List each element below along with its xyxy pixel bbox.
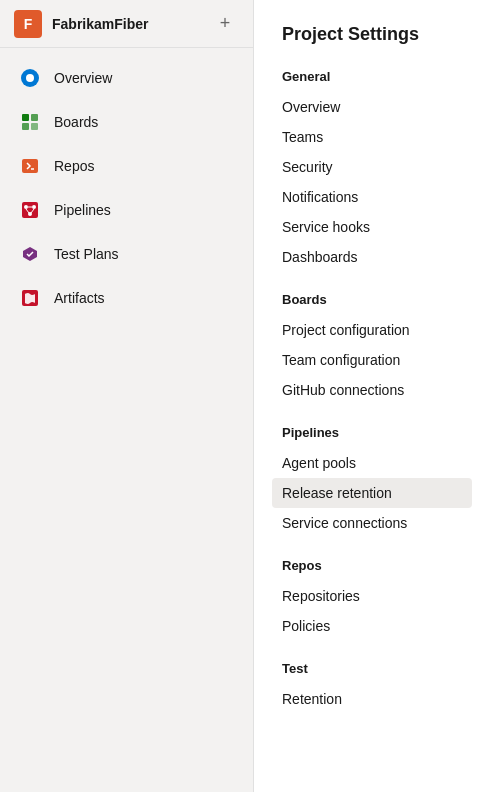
artifacts-icon (18, 286, 42, 310)
settings-item-service-hooks[interactable]: Service hooks (272, 212, 472, 242)
svg-rect-2 (22, 114, 29, 121)
settings-item-retention[interactable]: Retention (272, 684, 472, 714)
svg-point-9 (24, 205, 28, 209)
svg-rect-5 (31, 123, 38, 130)
settings-item-release-retention[interactable]: Release retention (272, 478, 472, 508)
sidebar-item-label-boards: Boards (54, 114, 98, 130)
svg-point-10 (32, 205, 36, 209)
settings-item-agent-pools[interactable]: Agent pools (272, 448, 472, 478)
sidebar-item-repos[interactable]: Repos (4, 144, 249, 188)
sidebar-item-pipelines[interactable]: Pipelines (4, 188, 249, 232)
settings-item-repositories[interactable]: Repositories (272, 581, 472, 611)
sidebar-title: FabrikamFiber (52, 16, 201, 32)
add-project-button[interactable]: + (211, 10, 239, 38)
svg-rect-3 (31, 114, 38, 121)
sidebar-item-boards[interactable]: Boards (4, 100, 249, 144)
section-header-repos: Repos (282, 558, 472, 573)
sidebar-item-label-pipelines: Pipelines (54, 202, 111, 218)
settings-item-security[interactable]: Security (272, 152, 472, 182)
sidebar-nav: Overview Boards Repos Pipelines Test Pla… (0, 48, 253, 328)
settings-item-policies[interactable]: Policies (272, 611, 472, 641)
settings-item-github-connections[interactable]: GitHub connections (272, 375, 472, 405)
sidebar-item-label-repos: Repos (54, 158, 94, 174)
sidebar-item-label-testplans: Test Plans (54, 246, 119, 262)
settings-item-project-configuration[interactable]: Project configuration (272, 315, 472, 345)
sidebar-item-label-overview: Overview (54, 70, 112, 86)
settings-item-overview[interactable]: Overview (272, 92, 472, 122)
testplans-icon (18, 242, 42, 266)
sidebar-item-label-artifacts: Artifacts (54, 290, 105, 306)
section-header-boards: Boards (282, 292, 472, 307)
repos-icon (18, 154, 42, 178)
settings-item-team-configuration[interactable]: Team configuration (272, 345, 472, 375)
boards-icon (18, 110, 42, 134)
pipelines-icon (18, 198, 42, 222)
settings-item-notifications[interactable]: Notifications (272, 182, 472, 212)
sidebar-logo: F (14, 10, 42, 38)
sidebar-header: F FabrikamFiber + (0, 0, 253, 48)
sidebar-item-artifacts[interactable]: Artifacts (4, 276, 249, 320)
svg-point-1 (26, 74, 34, 82)
sidebar-item-overview[interactable]: Overview (4, 56, 249, 100)
overview-icon (18, 66, 42, 90)
section-header-test: Test (282, 661, 472, 676)
main-content: Project Settings GeneralOverviewTeamsSec… (254, 0, 500, 792)
page-title: Project Settings (282, 24, 472, 45)
svg-rect-4 (22, 123, 29, 130)
section-header-general: General (282, 69, 472, 84)
settings-item-teams[interactable]: Teams (272, 122, 472, 152)
sidebar-item-testplans[interactable]: Test Plans (4, 232, 249, 276)
sidebar: F FabrikamFiber + Overview Boards Repos … (0, 0, 254, 792)
settings-item-dashboards[interactable]: Dashboards (272, 242, 472, 272)
settings-item-service-connections[interactable]: Service connections (272, 508, 472, 538)
section-header-pipelines: Pipelines (282, 425, 472, 440)
